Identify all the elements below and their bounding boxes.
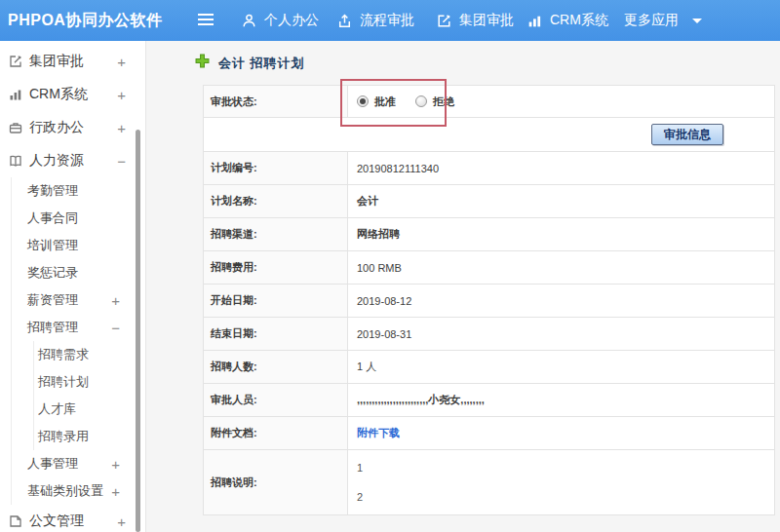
expand-plus-icon[interactable]: + — [117, 514, 126, 529]
table-row: 附件文档: 附件下载 — [204, 417, 775, 450]
sidebar-scrollbar-thumb[interactable] — [136, 130, 140, 532]
table-row: 审批状态: 批准 拒绝 — [204, 86, 775, 118]
table-row: 招聘渠道: 网络招聘 — [204, 218, 775, 251]
nav-label: CRM系统 — [550, 12, 608, 29]
sidebar-item-admin-office[interactable]: 行政办公 + — [0, 111, 145, 144]
hamburger-menu-icon[interactable] — [198, 14, 214, 25]
app-window: PHPOA协同办公软件 个人办公 流程审批 — [0, 0, 780, 532]
nav-more-apps[interactable]: 更多应用 — [624, 0, 702, 41]
expand-plus-icon[interactable]: + — [117, 88, 126, 102]
expand-plus-icon[interactable]: + — [117, 55, 126, 69]
sidebar: 集团审批 + CRM系统 + 行政办公 + — [0, 41, 146, 532]
table-row: 审批人员: ,,,,,,,,,,,,,,,,,,,,,,,,小尧女,,,,,,,… — [204, 384, 775, 417]
person-icon — [241, 13, 257, 29]
field-value: 20190812111340 — [348, 152, 775, 185]
nav-label: 个人办公 — [264, 12, 319, 29]
attachment-download-link[interactable]: 附件下载 — [357, 427, 400, 438]
sidebar-item-personnel-mgmt[interactable]: 人事管理 + — [12, 450, 145, 477]
field-value: 1 人 — [348, 351, 775, 384]
sidebar-item-recruit-hire[interactable]: 招聘录用 — [34, 423, 145, 450]
field-value: 网络招聘 — [348, 218, 775, 251]
plus-icon — [195, 54, 210, 72]
expand-plus-icon[interactable]: + — [117, 121, 126, 135]
table-row: 计划名称: 会计 — [204, 185, 775, 218]
bar-chart-icon — [526, 13, 543, 29]
sidebar-item-label: 行政办公 — [29, 119, 84, 136]
table-row: 开始日期: 2019-08-12 — [204, 285, 775, 318]
topbar: PHPOA协同办公软件 个人办公 流程审批 — [0, 0, 780, 41]
field-label: 招聘费用: — [204, 251, 348, 285]
field-label: 招聘人数: — [204, 351, 348, 384]
sidebar-item-salary[interactable]: 薪资管理 + — [12, 286, 145, 314]
recruit-plan-form: 审批状态: 批准 拒绝 审批信息 计划编号: 20190812111340 — [203, 85, 775, 515]
collapse-minus-icon[interactable]: − — [111, 321, 120, 335]
sidebar-item-hr[interactable]: 人力资源 − — [0, 144, 145, 177]
description-line: 1 — [357, 463, 774, 474]
edit-square-icon — [436, 13, 452, 29]
sidebar-item-training[interactable]: 培训管理 — [12, 232, 145, 259]
sidebar-item-base-category[interactable]: 基础类别设置 + — [12, 477, 145, 505]
sidebar-item-group-approval[interactable]: 集团审批 + — [0, 45, 145, 78]
sidebar-item-label: 人力资源 — [29, 152, 84, 170]
sidebar-item-recruit-mgmt[interactable]: 招聘管理 − — [12, 314, 145, 341]
description-line: 2 — [357, 492, 774, 503]
field-value: ,,,,,,,,,,,,,,,,,,,,,,,,小尧女,,,,,,,, — [348, 384, 775, 417]
nav-label: 集团审批 — [459, 12, 514, 29]
approve-info-button[interactable]: 审批信息 — [651, 124, 723, 145]
book-icon — [8, 153, 23, 169]
nav-crm-system[interactable]: CRM系统 — [526, 0, 608, 41]
document-icon — [8, 513, 23, 529]
sidebar-item-document-mgmt[interactable]: 公文管理 + — [0, 505, 145, 532]
hr-submenu: 考勤管理 人事合同 培训管理 奖惩记录 薪资管理 + 招聘管理 − 招聘需求 — [11, 177, 145, 505]
radio-reject[interactable] — [415, 95, 427, 107]
table-row: 计划编号: 20190812111340 — [204, 152, 775, 185]
field-label: 结束日期: — [204, 318, 348, 351]
table-row: 审批信息 — [204, 118, 775, 152]
bar-chart-icon — [8, 87, 23, 102]
sidebar-item-label: 公文管理 — [29, 513, 84, 530]
sidebar-item-reward-punishment[interactable]: 奖惩记录 — [12, 259, 145, 286]
nav-process-approval[interactable]: 流程审批 — [336, 0, 414, 41]
table-row: 招聘费用: 100 RMB — [204, 251, 775, 285]
field-value: 会计 — [348, 185, 775, 218]
table-row: 招聘人数: 1 人 — [204, 351, 775, 384]
sidebar-item-hr-contract[interactable]: 人事合同 — [12, 205, 145, 232]
nav-group-approval[interactable]: 集团审批 — [436, 0, 514, 41]
field-label: 计划编号: — [204, 152, 348, 185]
page-title: 会计 招聘计划 — [195, 54, 305, 72]
field-label: 招聘说明: — [204, 450, 348, 515]
radio-approve-label: 批准 — [374, 95, 396, 109]
edit-square-icon — [8, 54, 23, 69]
field-label: 计划名称: — [204, 185, 348, 218]
main-content: 会计 招聘计划 审批状态: 批准 拒绝 审批信息 — [147, 41, 780, 532]
nav-personal-office[interactable]: 个人办公 — [241, 0, 319, 41]
radio-reject-label: 拒绝 — [433, 95, 454, 109]
sidebar-item-talent-pool[interactable]: 人才库 — [34, 396, 145, 423]
expand-plus-icon[interactable]: + — [111, 293, 120, 308]
briefcase-icon — [8, 120, 23, 135]
sidebar-item-attendance[interactable]: 考勤管理 — [12, 177, 145, 205]
table-row: 招聘说明: 1 2 — [204, 450, 775, 515]
sidebar-item-recruit-demand[interactable]: 招聘需求 — [34, 341, 145, 368]
recruit-submenu: 招聘需求 招聘计划 人才库 招聘录用 — [33, 341, 145, 450]
expand-plus-icon[interactable]: + — [111, 484, 120, 499]
collapse-minus-icon[interactable]: − — [117, 154, 126, 169]
field-label: 审批人员: — [204, 384, 348, 417]
app-logo: PHPOA协同办公软件 — [8, 0, 162, 41]
field-label: 审批状态: — [204, 86, 348, 118]
upload-icon — [336, 13, 353, 29]
field-label: 附件文档: — [204, 417, 348, 450]
sidebar-item-recruit-plan[interactable]: 招聘计划 — [34, 368, 145, 396]
field-value: 2019-08-31 — [348, 318, 775, 351]
field-value: 100 RMB — [348, 251, 775, 285]
expand-plus-icon[interactable]: + — [111, 457, 120, 472]
field-label: 招聘渠道: — [204, 218, 348, 251]
caret-down-icon — [692, 19, 702, 23]
field-value: 2019-08-12 — [348, 285, 775, 318]
radio-approve[interactable] — [357, 95, 369, 107]
sidebar-item-label: 集团审批 — [29, 53, 84, 70]
field-label: 开始日期: — [204, 285, 348, 318]
nav-label: 更多应用 — [624, 12, 679, 29]
sidebar-item-crm[interactable]: CRM系统 + — [0, 78, 145, 111]
table-row: 结束日期: 2019-08-31 — [204, 318, 775, 351]
